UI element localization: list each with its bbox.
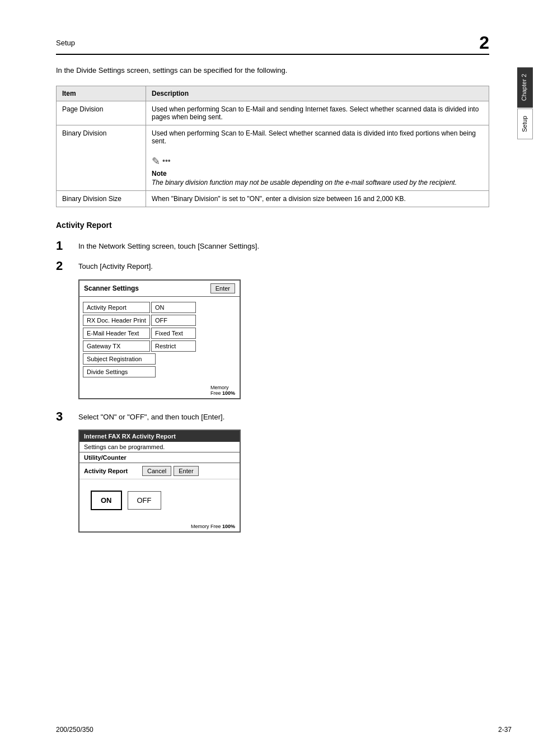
scanner-row-value: OFF bbox=[151, 315, 196, 326]
fax-panel-header: Internet FAX RX Activity Report bbox=[79, 431, 240, 442]
fax-memory-indicator: Memory Free 100% bbox=[191, 524, 235, 529]
step-1: 1 In the Network Setting screen, touch [… bbox=[56, 239, 489, 253]
page-footer: 200/250/350 2-37 bbox=[56, 726, 512, 734]
scanner-row-subject: Subject Registration bbox=[83, 353, 236, 365]
step-3-number: 3 bbox=[56, 409, 78, 424]
note-label: Note bbox=[152, 170, 483, 178]
fax-cancel-button[interactable]: Cancel bbox=[142, 466, 171, 476]
step-1-number: 1 bbox=[56, 239, 78, 253]
scanner-row-activity: Activity Report ON bbox=[83, 302, 236, 313]
row-item-label: Binary Division bbox=[57, 125, 146, 191]
step-3: 3 Select "ON" or "OFF", and then touch [… bbox=[56, 409, 489, 424]
scanner-row-label[interactable]: E-Mail Header Text bbox=[83, 328, 150, 339]
scanner-row-email: E-Mail Header Text Fixed Text bbox=[83, 328, 236, 339]
scanner-panel-footer: Memory Free 100% bbox=[79, 382, 240, 398]
table-row: Binary Division Used when performing Sca… bbox=[57, 125, 489, 191]
scanner-row-label[interactable]: Activity Report bbox=[83, 302, 150, 313]
row-item-description: Used when performing Scan to E-Mail and … bbox=[146, 101, 489, 125]
fax-panel-utility: Utility/Counter bbox=[79, 452, 240, 463]
side-tabs: Chapter 2 Setup bbox=[516, 67, 534, 139]
note-icon: ✎ bbox=[152, 155, 160, 167]
page-container: Chapter 2 Setup Setup 2 In the Divide Se… bbox=[0, 0, 534, 756]
step-2: 2 Touch [Activity Report]. bbox=[56, 259, 489, 273]
scanner-enter-button[interactable]: Enter bbox=[210, 283, 235, 293]
fax-on-button[interactable]: ON bbox=[91, 491, 122, 510]
fax-panel-subheader: Settings can be programmed. bbox=[79, 442, 240, 452]
scanner-row-divide: Divide Settings bbox=[83, 366, 236, 377]
step-2-number: 2 bbox=[56, 259, 78, 273]
fax-panel-content: ON OFF bbox=[79, 479, 240, 521]
scanner-panel-header: Scanner Settings Enter bbox=[79, 281, 240, 297]
step-2-text: Touch [Activity Report]. bbox=[78, 259, 153, 272]
fax-enter-button[interactable]: Enter bbox=[174, 466, 198, 476]
fax-panel-activity-row: Activity Report Cancel Enter bbox=[79, 463, 240, 479]
page-header: Setup 2 bbox=[56, 34, 489, 55]
scanner-row-value: Restrict bbox=[151, 340, 196, 352]
header-section-label: Setup bbox=[56, 39, 75, 47]
row-item-description: When "Binary Division" is set to "ON", e… bbox=[146, 191, 489, 207]
footer-page: 2-37 bbox=[498, 726, 512, 734]
setup-tab: Setup bbox=[517, 109, 533, 139]
scanner-row-gateway: Gateway TX Restrict bbox=[83, 340, 236, 352]
settings-table: Item Description Page Division Used when… bbox=[56, 86, 489, 207]
memory-indicator: Memory Free 100% bbox=[210, 385, 235, 396]
scanner-panel-title: Scanner Settings bbox=[84, 284, 139, 292]
step-1-text: In the Network Setting screen, touch [Sc… bbox=[78, 239, 259, 252]
scanner-panel: Scanner Settings Enter Activity Report O… bbox=[78, 279, 241, 399]
table-row: Binary Division Size When "Binary Divisi… bbox=[57, 191, 489, 207]
fax-row-label: Activity Report bbox=[84, 468, 140, 474]
fax-off-button[interactable]: OFF bbox=[128, 491, 161, 510]
fax-panel-footer: Memory Free 100% bbox=[79, 521, 240, 531]
chapter-number: 2 bbox=[479, 34, 489, 52]
scanner-row-label[interactable]: Subject Registration bbox=[83, 353, 156, 365]
scanner-row-label[interactable]: Gateway TX bbox=[83, 340, 150, 352]
scanner-panel-rows: Activity Report ON RX Doc. Header Print … bbox=[79, 297, 240, 382]
row-item-label: Page Division bbox=[57, 101, 146, 125]
scanner-row-value: Fixed Text bbox=[151, 328, 196, 339]
row-item-label: Binary Division Size bbox=[57, 191, 146, 207]
fax-panel: Internet FAX RX Activity Report Settings… bbox=[78, 430, 241, 533]
intro-text: In the Divide Settings screen, settings … bbox=[56, 66, 489, 74]
section-heading: Activity Report bbox=[56, 221, 489, 230]
col-item-header: Item bbox=[57, 86, 146, 101]
note-text: The binary division function may not be … bbox=[152, 179, 483, 186]
footer-model: 200/250/350 bbox=[56, 726, 93, 734]
scanner-row-label[interactable]: RX Doc. Header Print bbox=[83, 315, 150, 326]
dots-icon: ••• bbox=[162, 156, 171, 165]
row-item-description: Used when performing Scan to E-Mail. Sel… bbox=[146, 125, 489, 191]
scanner-row-value: ON bbox=[151, 302, 196, 313]
scanner-row-label[interactable]: Divide Settings bbox=[83, 366, 156, 377]
step-3-text: Select "ON" or "OFF", and then touch [En… bbox=[78, 409, 224, 423]
table-row: Page Division Used when performing Scan … bbox=[57, 101, 489, 125]
scanner-row-rx: RX Doc. Header Print OFF bbox=[83, 315, 236, 326]
chapter-tab: Chapter 2 bbox=[517, 67, 533, 108]
col-description-header: Description bbox=[146, 86, 489, 101]
